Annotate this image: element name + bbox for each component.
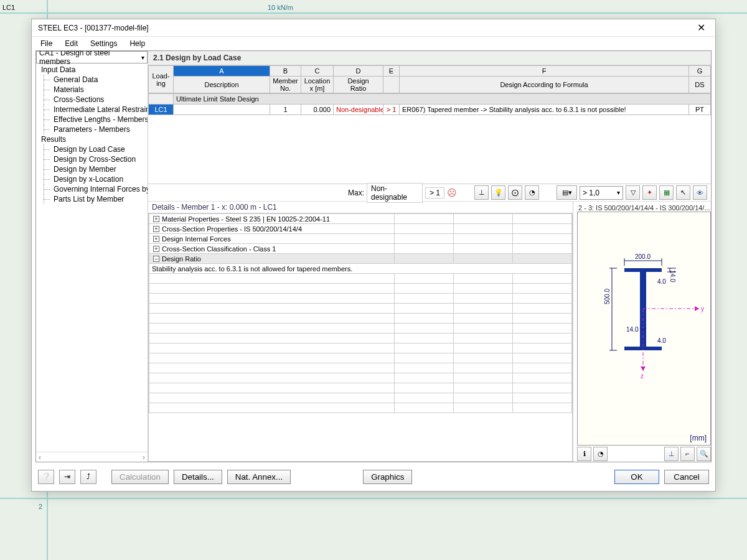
nav-general-data[interactable]: General Data <box>36 75 148 85</box>
results-toolbar: Max: Non-designable > 1 ☹ ⊥ 💡 ⨀ ◔ ▤▾ > 1… <box>148 184 711 202</box>
head-description[interactable]: Description <box>174 77 270 93</box>
detail-internal-forces: Design Internal Forces <box>162 235 231 243</box>
ok-button[interactable]: OK <box>614 470 659 484</box>
tool-filter-2-icon[interactable]: ⨀ <box>508 185 522 200</box>
preview-title: 2 - 3: IS 500/200/14/14/4 - IS 300/200/1… <box>577 204 711 212</box>
svg-marker-4 <box>695 306 699 311</box>
results-header: Load- ing A B C D E F G Description Memb… <box>148 65 711 93</box>
details-row[interactable]: +Design Internal Forces <box>149 234 572 244</box>
head-loading[interactable]: Load- ing <box>149 66 174 93</box>
bottom-split: Details - Member 1 - x: 0.000 m - LC1 +M… <box>148 202 711 462</box>
chevron-down-icon: ▾ <box>141 54 144 61</box>
results-body[interactable]: Ultimate Limit State Design LC1 1 0.000 … <box>148 93 711 184</box>
cell-x[interactable]: 0.000 <box>301 105 334 115</box>
details-row[interactable]: –Design Ratio <box>149 254 572 264</box>
detail-cs-props: Cross-Section Properties - IS 500/200/14… <box>162 225 302 233</box>
tool-filter-3-icon[interactable]: ◔ <box>525 185 539 200</box>
head-member-no[interactable]: Member No. <box>270 77 301 93</box>
results-section-row: Ultimate Limit State Design <box>149 94 711 105</box>
cell-member[interactable]: 1 <box>270 105 301 115</box>
preview-stress-icon[interactable]: ◔ <box>593 447 608 461</box>
menu-help[interactable]: Help <box>125 38 150 49</box>
nav-design-load-case[interactable]: Design by Load Case <box>36 144 148 154</box>
nav-design-member[interactable]: Design by Member <box>36 164 148 174</box>
details-row[interactable]: Stability analysis acc. to 6.3.1 is not … <box>149 264 572 274</box>
chevron-right-icon: › <box>143 453 145 462</box>
svg-rect-0 <box>624 268 662 272</box>
bg-node-2: 2 <box>39 503 42 510</box>
ratio-filter-combo[interactable]: > 1,0 ▾ <box>580 186 623 200</box>
tool-section-icon[interactable]: ⊥ <box>474 185 489 200</box>
nav-design-x-location[interactable]: Design by x-Location <box>36 174 148 184</box>
nat-annex-button[interactable]: Nat. Annex... <box>227 470 291 484</box>
tool-highlight-icon[interactable]: ✦ <box>642 185 657 200</box>
col-g-letter[interactable]: G <box>689 66 711 77</box>
nav-lateral-restraints[interactable]: Intermediate Lateral Restraints <box>36 105 148 114</box>
head-formula[interactable]: Design According to Formula <box>400 77 689 93</box>
cell-lc[interactable]: LC1 <box>149 105 174 115</box>
nav-group-input-data[interactable]: Input Data <box>36 65 148 75</box>
nav-governing-forces[interactable]: Governing Internal Forces by Member <box>36 184 148 194</box>
head-e-blank[interactable] <box>383 77 400 93</box>
max-label: Max: <box>348 189 364 197</box>
cell-formula[interactable]: ER067) Tapered member -> Stability analy… <box>400 105 689 115</box>
tool-filter-1-icon[interactable]: 💡 <box>491 185 505 200</box>
tool-colormap-icon[interactable]: ▤▾ <box>557 185 577 200</box>
expand-icon[interactable]: + <box>153 216 159 222</box>
details-grid[interactable]: +Material Properties - Steel S 235 | EN … <box>148 213 573 462</box>
cancel-button[interactable]: Cancel <box>664 470 709 484</box>
preview-section-icon[interactable]: ⊥ <box>664 447 679 461</box>
help-button-icon[interactable]: ❔ <box>38 470 54 484</box>
details-row[interactable]: +Cross-Section Properties - IS 500/200/1… <box>149 224 572 234</box>
nav-effective-lengths[interactable]: Effective Lengths - Members <box>36 114 148 124</box>
nav-parameters-members[interactable]: Parameters - Members <box>36 124 148 134</box>
col-f-letter[interactable]: F <box>400 66 689 77</box>
nav-group-results[interactable]: Results <box>36 134 148 144</box>
preview-info-icon[interactable]: ℹ <box>577 447 591 461</box>
calculation-button[interactable]: Calculation <box>111 470 169 484</box>
tool-pick-icon[interactable]: ↖ <box>676 185 690 200</box>
details-button[interactable]: Details... <box>174 470 222 484</box>
head-location[interactable]: Location x [m] <box>301 77 334 93</box>
preview-search-icon[interactable]: 🔍 <box>697 447 711 461</box>
export-button-icon[interactable]: ⤴ <box>80 470 96 484</box>
menu-edit[interactable]: Edit <box>60 38 83 49</box>
col-d-letter[interactable]: D <box>334 66 383 77</box>
col-c-letter[interactable]: C <box>301 66 334 77</box>
import-button-icon[interactable]: ⇥ <box>59 470 75 484</box>
collapse-icon[interactable]: – <box>153 256 159 262</box>
col-a-letter[interactable]: A <box>174 66 270 77</box>
menu-settings[interactable]: Settings <box>85 38 122 49</box>
tool-funnel-icon[interactable]: ▽ <box>626 185 640 200</box>
cell-ds[interactable]: PT <box>688 105 710 115</box>
cell-ratio[interactable]: Non-designable <box>334 105 383 115</box>
expand-icon[interactable]: + <box>153 246 159 252</box>
nav-hscroll[interactable]: ‹ › <box>36 452 148 462</box>
nav-parts-list[interactable]: Parts List by Member <box>36 194 148 204</box>
close-icon[interactable]: ✕ <box>693 22 709 34</box>
nav-materials[interactable]: Materials <box>36 85 148 95</box>
details-row[interactable]: +Cross-Section Classification - Class 1 <box>149 244 572 254</box>
cell-desc[interactable] <box>174 105 270 115</box>
design-case-selector[interactable]: CA1 - Design of steel members ▾ <box>36 51 148 63</box>
col-b-letter[interactable]: B <box>270 66 301 77</box>
nav-design-cross-section[interactable]: Design by Cross-Section <box>36 154 148 164</box>
svg-text:z: z <box>641 373 644 380</box>
head-design-ratio[interactable]: Design Ratio <box>334 77 383 93</box>
tool-export-excel-icon[interactable]: ▦ <box>659 185 674 200</box>
preview-axes-icon[interactable]: ⌐ <box>680 447 695 461</box>
head-ds[interactable]: DS <box>689 77 711 93</box>
expand-icon[interactable]: + <box>153 236 159 242</box>
expand-icon[interactable]: + <box>153 226 159 232</box>
col-e-letter[interactable]: E <box>383 66 400 77</box>
svg-text:4.0: 4.0 <box>657 337 666 344</box>
nav-cross-sections[interactable]: Cross-Sections <box>36 95 148 105</box>
graphics-button[interactable]: Graphics <box>363 470 412 484</box>
detail-design-ratio: Design Ratio <box>162 255 201 263</box>
table-row[interactable]: LC1 1 0.000 Non-designable > 1 ER067) Ta… <box>149 105 711 115</box>
preview-canvas: y z 200.0 14.0 <box>577 212 711 446</box>
menu-file[interactable]: File <box>35 38 57 49</box>
cell-e[interactable]: > 1 <box>383 105 400 115</box>
tool-eye-icon[interactable]: 👁 <box>693 185 707 200</box>
details-row[interactable]: +Material Properties - Steel S 235 | EN … <box>149 214 572 224</box>
